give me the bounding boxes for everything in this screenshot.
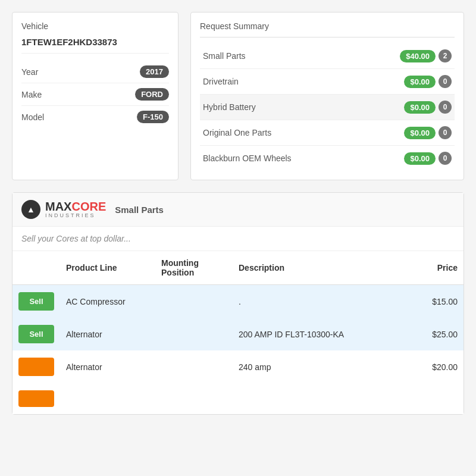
- partial-sell-cell: [12, 383, 60, 414]
- small-parts-price: $40.00: [400, 50, 436, 62]
- summary-row-hybrid-battery: Hybrid Battery $0.00 0: [200, 95, 455, 120]
- vehicle-card: Vehicle 1FTEW1EF2HKD33873 Year 2017 Make…: [12, 12, 178, 180]
- make-value: FORD: [135, 88, 169, 101]
- partial-product-cell: [60, 383, 155, 414]
- sell-button[interactable]: Sell: [18, 292, 54, 311]
- model-row: Model F-150: [21, 106, 169, 128]
- maxcore-logo-text: MAXCORE INDUSTRIES: [45, 201, 106, 218]
- maxcore-logo-icon: ▲: [21, 200, 40, 219]
- request-summary-card: Request Summary Small Parts $40.00 2 Dri…: [190, 12, 464, 180]
- summary-row-small-parts: Small Parts $40.00 2: [200, 43, 455, 69]
- request-summary-title: Request Summary: [200, 21, 455, 31]
- mounting-position-header: Mounting Position: [155, 251, 233, 285]
- model-value: F-150: [137, 111, 169, 123]
- product-line-cell: AC Compressor: [60, 285, 155, 318]
- blackburn-count: 0: [439, 152, 452, 165]
- price-cell: $15.00: [416, 285, 464, 318]
- year-value: 2017: [140, 65, 169, 78]
- original-one-badges: $0.00 0: [404, 126, 452, 139]
- orange-button[interactable]: [18, 358, 54, 376]
- sell-tagline: Sell your Cores at top dollar...: [12, 227, 464, 251]
- product-line-cell: Alternator: [60, 350, 155, 383]
- table-row: Sell AC Compressor . $15.00: [12, 285, 464, 318]
- hybrid-battery-price: $0.00: [404, 101, 436, 114]
- summary-row-drivetrain: Drivetrain $0.00 0: [200, 69, 455, 95]
- summary-row-blackburn: Blackburn OEM Wheels $0.00 0: [200, 146, 455, 171]
- maxcore-section: ▲ MAXCORE INDUSTRIES Small Parts Sell yo…: [12, 192, 464, 415]
- max-text: MAX: [45, 200, 71, 213]
- table-row: Sell Alternator 200 AMP ID FL3T-10300-KA…: [12, 318, 464, 350]
- maxcore-header: ▲ MAXCORE INDUSTRIES Small Parts: [12, 193, 464, 227]
- drivetrain-label: Drivetrain: [203, 77, 239, 86]
- price-header: Price: [416, 251, 464, 285]
- small-parts-count: 2: [439, 49, 452, 62]
- price-cell: $25.00: [416, 318, 464, 350]
- partial-price-cell: [416, 383, 464, 414]
- table-row: [12, 383, 464, 414]
- small-parts-badges: $40.00 2: [400, 49, 452, 62]
- product-line-cell: Alternator: [60, 318, 155, 350]
- make-row: Make FORD: [21, 83, 169, 106]
- hybrid-battery-label: Hybrid Battery: [203, 102, 256, 112]
- sell-cell: Sell: [12, 285, 60, 318]
- make-label: Make: [21, 90, 42, 99]
- model-label: Model: [21, 112, 44, 122]
- partial-desc-cell: [233, 383, 416, 414]
- mounting-position-cell: [155, 318, 233, 350]
- summary-row-original-one: Original One Parts $0.00 0: [200, 120, 455, 146]
- price-cell: $20.00: [416, 350, 464, 383]
- parts-table: Product Line Mounting Position Descripti…: [12, 251, 464, 414]
- mounting-position-cell: [155, 350, 233, 383]
- description-cell: 200 AMP ID FL3T-10300-KA: [233, 318, 416, 350]
- description-cell: 240 amp: [233, 350, 416, 383]
- vin-number: 1FTEW1EF2HKD33873: [21, 37, 169, 54]
- original-one-price: $0.00: [404, 127, 436, 139]
- small-parts-label: Small Parts: [203, 51, 246, 61]
- year-row: Year 2017: [21, 61, 169, 83]
- sell-button[interactable]: Sell: [18, 325, 54, 343]
- partial-mounting-cell: [155, 383, 233, 414]
- original-one-count: 0: [439, 126, 452, 139]
- table-row: Alternator 240 amp $20.00: [12, 350, 464, 383]
- hybrid-battery-badges: $0.00 0: [404, 101, 452, 114]
- hybrid-battery-count: 0: [439, 101, 452, 114]
- sell-col-header: [12, 251, 60, 285]
- summary-divider: [200, 37, 455, 37]
- drivetrain-badges: $0.00 0: [404, 75, 452, 88]
- table-header-row: Product Line Mounting Position Descripti…: [12, 251, 464, 285]
- maxcore-brand-name: MAXCORE: [45, 201, 106, 212]
- blackburn-badges: $0.00 0: [404, 152, 452, 165]
- sell-cell: Sell: [12, 318, 60, 350]
- description-cell: .: [233, 285, 416, 318]
- maxcore-industries-text: INDUSTRIES: [45, 212, 106, 218]
- blackburn-label: Blackburn OEM Wheels: [203, 154, 292, 163]
- vehicle-card-title: Vehicle: [21, 21, 169, 31]
- product-line-header: Product Line: [60, 251, 155, 285]
- original-one-label: Original One Parts: [203, 128, 271, 137]
- orange-partial-bar: [18, 390, 54, 407]
- mounting-position-cell: [155, 285, 233, 318]
- drivetrain-count: 0: [439, 75, 452, 88]
- core-text: CORE: [71, 200, 106, 213]
- description-header: Description: [233, 251, 416, 285]
- blackburn-price: $0.00: [404, 152, 436, 165]
- maxcore-section-title: Small Parts: [115, 205, 164, 215]
- year-label: Year: [21, 67, 38, 77]
- sell-cell: [12, 350, 60, 383]
- drivetrain-price: $0.00: [404, 76, 436, 88]
